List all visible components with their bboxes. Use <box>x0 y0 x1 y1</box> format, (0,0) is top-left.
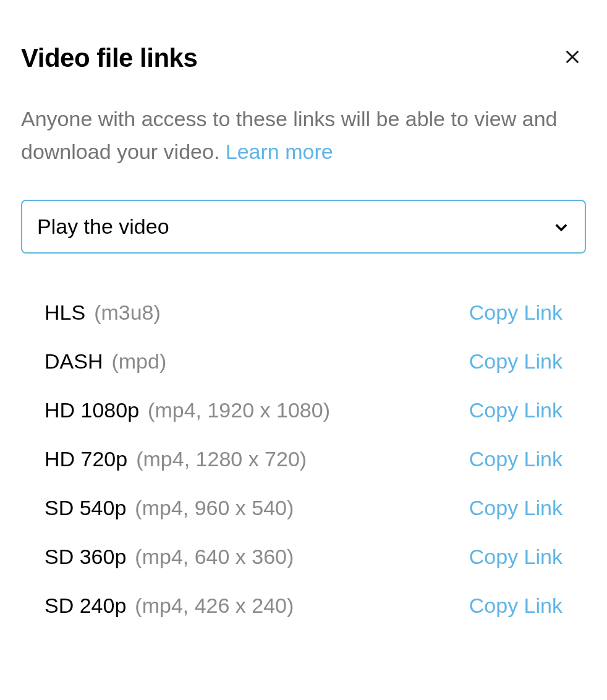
link-label: HLS(m3u8) <box>45 301 161 325</box>
link-row: HD 720p(mp4, 1280 x 720)Copy Link <box>45 435 562 484</box>
link-format: (mp4, 1920 x 1080) <box>148 398 330 422</box>
link-format: (m3u8) <box>94 301 161 325</box>
select-value: Play the video <box>37 215 169 239</box>
link-row: HD 1080p(mp4, 1920 x 1080)Copy Link <box>45 386 562 435</box>
copy-link-button[interactable]: Copy Link <box>469 496 562 520</box>
link-name: SD 360p <box>45 545 126 569</box>
copy-link-button[interactable]: Copy Link <box>469 301 562 325</box>
learn-more-link[interactable]: Learn more <box>226 140 333 163</box>
link-label: HD 1080p(mp4, 1920 x 1080) <box>45 398 330 422</box>
chevron-down-icon <box>553 218 570 236</box>
link-row: DASH(mpd)Copy Link <box>45 337 562 386</box>
copy-link-button[interactable]: Copy Link <box>469 349 562 373</box>
copy-link-button[interactable]: Copy Link <box>469 545 562 569</box>
video-links-list: HLS(m3u8)Copy LinkDASH(mpd)Copy LinkHD 1… <box>21 288 586 630</box>
copy-link-button[interactable]: Copy Link <box>469 447 562 471</box>
copy-link-button[interactable]: Copy Link <box>469 594 562 618</box>
modal-header: Video file links <box>21 43 586 73</box>
link-name: DASH <box>45 349 103 373</box>
link-label: SD 540p(mp4, 960 x 540) <box>45 496 294 520</box>
link-name: HD 1080p <box>45 398 139 422</box>
link-label: SD 360p(mp4, 640 x 360) <box>45 545 294 569</box>
play-mode-select[interactable]: Play the video <box>21 200 586 254</box>
link-name: SD 240p <box>45 594 126 618</box>
link-row: HLS(m3u8)Copy Link <box>45 288 562 337</box>
link-row: SD 240p(mp4, 426 x 240)Copy Link <box>45 581 562 630</box>
link-format: (mp4, 426 x 240) <box>135 594 294 618</box>
link-row: SD 360p(mp4, 640 x 360)Copy Link <box>45 532 562 581</box>
modal-description: Anyone with access to these links will b… <box>21 103 586 168</box>
copy-link-button[interactable]: Copy Link <box>469 398 562 422</box>
link-label: DASH(mpd) <box>45 349 166 373</box>
link-row: SD 540p(mp4, 960 x 540)Copy Link <box>45 484 562 532</box>
modal-title: Video file links <box>21 43 197 73</box>
link-name: SD 540p <box>45 496 126 520</box>
link-name: HLS <box>45 301 85 325</box>
close-button[interactable] <box>561 46 584 68</box>
link-name: HD 720p <box>45 447 127 471</box>
link-format: (mp4, 1280 x 720) <box>136 447 307 471</box>
close-icon <box>564 48 581 66</box>
link-format: (mp4, 640 x 360) <box>135 545 294 569</box>
link-format: (mpd) <box>111 349 166 373</box>
link-label: HD 720p(mp4, 1280 x 720) <box>45 447 307 471</box>
link-label: SD 240p(mp4, 426 x 240) <box>45 594 294 618</box>
link-format: (mp4, 960 x 540) <box>135 496 294 520</box>
